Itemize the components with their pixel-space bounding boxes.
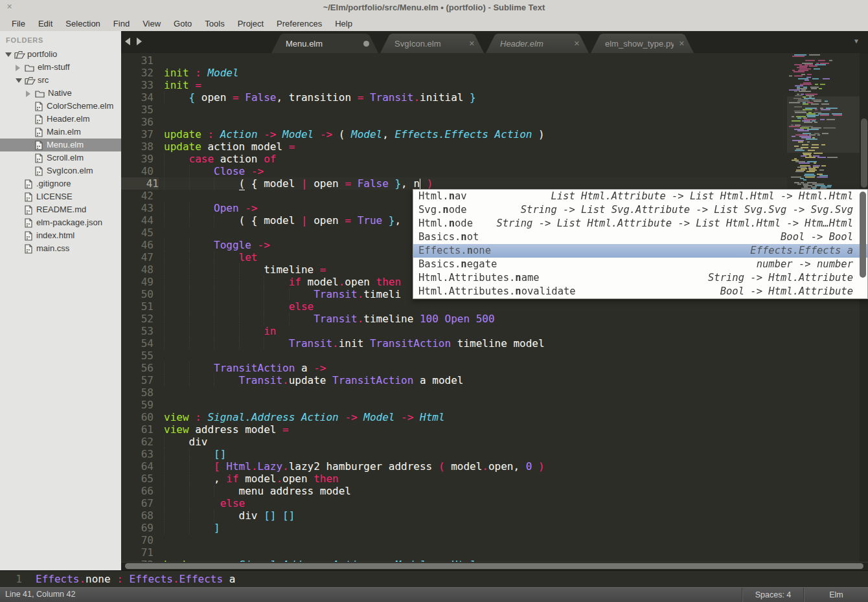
line-number: 65	[121, 473, 154, 485]
tab-header-elm[interactable]: Header.elm✕	[486, 34, 589, 53]
sidebar-item-elm-stuff[interactable]: elm-stuff	[0, 61, 121, 74]
code-line-40: 40 Close ->	[121, 165, 787, 177]
completion-signature: number -> number	[757, 258, 853, 271]
tab-menu-elm[interactable]: Menu.elm	[271, 34, 378, 53]
tab-close-icon[interactable]: ✕	[679, 39, 685, 48]
tab-nav	[125, 38, 142, 45]
completion-item-basics-not[interactable]: Basics.notBool -> Bool	[413, 230, 867, 244]
sidebar-item-portfolio[interactable]: portfolio	[0, 48, 121, 61]
sidebar-item-menu-elm[interactable]: Menu.elm	[0, 139, 121, 151]
line-number: 50	[121, 288, 154, 300]
code-line-38: 38update action model =	[121, 140, 787, 153]
code-line-51: 51 else	[121, 300, 787, 313]
sidebar-item-native[interactable]: Native	[0, 87, 121, 100]
menu-item-preferences[interactable]: Preferences	[270, 17, 328, 30]
line-number: 36	[121, 116, 154, 128]
line-number: 33	[121, 79, 154, 91]
collapse-arrow-icon[interactable]	[5, 52, 12, 57]
code-line-62: 62 div	[121, 436, 787, 448]
line-number: 47	[121, 251, 154, 263]
completion-signature: String -> List Svg.Attribute -> List Svg…	[521, 203, 853, 217]
menu-item-help[interactable]: Help	[328, 17, 359, 30]
line-number: 58	[121, 386, 154, 399]
completion-item-svg-node[interactable]: Svg.nodeString -> List Svg.Attribute -> …	[413, 203, 867, 217]
sidebar-item-readme-md[interactable]: README.md	[0, 203, 121, 216]
line-number: 44	[121, 214, 154, 227]
sidebar-item-label: src	[38, 74, 49, 87]
completion-signature: String -> Html.Attribute	[708, 271, 853, 285]
sidebar-item-header-elm[interactable]: Header.elm	[0, 113, 121, 126]
code-line-31: 31	[121, 54, 787, 67]
tab-label: Menu.elm	[286, 39, 358, 49]
sidebar-item-svgicon-elm[interactable]: SvgIcon.elm	[0, 164, 121, 177]
line-number: 32	[121, 67, 154, 79]
code-line-65: 65 , if model.open then	[121, 473, 787, 485]
sidebar-item-main-elm[interactable]: Main.elm	[0, 126, 121, 139]
sidebar-item-elm-package-json[interactable]: elm-package.json	[0, 216, 121, 229]
code-line-53: 53 in	[121, 325, 787, 337]
completion-label: Html.Attributes.novalidate	[418, 285, 576, 298]
autocomplete-scrollbar-thumb[interactable]	[860, 192, 866, 278]
expand-arrow-icon[interactable]	[26, 91, 30, 97]
completion-item-html-nav[interactable]: Html.navList Html.Attribute -> List Html…	[413, 190, 867, 203]
line-number: 41	[121, 177, 159, 190]
tab-bar: Menu.elmSvgIcon.elm✕Header.elm✕elm_show_…	[121, 31, 868, 53]
line-number: 55	[121, 350, 154, 362]
horizontal-scrollbar-thumb[interactable]	[125, 563, 863, 569]
line-number: 35	[121, 104, 154, 116]
completion-item-html-attributes-novalidate[interactable]: Html.Attributes.novalidateBool -> Html.A…	[413, 285, 867, 298]
expand-arrow-icon[interactable]	[16, 65, 20, 71]
sidebar-item-scroll-elm[interactable]: Scroll.elm	[0, 151, 121, 164]
cursor-position-label: Line 41, Column 42	[5, 590, 75, 599]
menu-item-goto[interactable]: Goto	[167, 17, 198, 30]
sidebar-item-main-css[interactable]: main.css	[0, 242, 121, 255]
tab-close-icon[interactable]: ✕	[469, 39, 475, 48]
next-tab-icon[interactable]	[137, 38, 142, 45]
menu-bar: FileEditSelectionFindViewGotoToolsProjec…	[0, 16, 868, 31]
menu-item-view[interactable]: View	[136, 17, 167, 30]
code-editor[interactable]: 3132init : Model33init =34 { open = Fals…	[121, 53, 787, 562]
menu-item-file[interactable]: File	[5, 17, 32, 30]
sidebar: FOLDERS portfolioelm-stuffsrcNativeColor…	[0, 31, 121, 570]
tab-close-icon[interactable]: ✕	[574, 39, 580, 48]
sidebar-item-index-html[interactable]: index.html	[0, 229, 121, 242]
code-line-63: 63 []	[121, 448, 787, 460]
status-cell-spaces-4[interactable]: Spaces: 4	[742, 588, 804, 602]
sidebar-item-license[interactable]: LICENSE	[0, 190, 121, 203]
tab-elm-show-type-py[interactable]: elm_show_type.py✕	[591, 34, 694, 53]
line-number: 48	[121, 263, 154, 276]
prev-tab-icon[interactable]	[125, 38, 130, 45]
menu-item-edit[interactable]: Edit	[32, 17, 59, 30]
code-line-71: 71	[121, 546, 787, 559]
code-line-57: 57 Transit.update TransitAction a model	[121, 374, 787, 386]
sidebar-item-colorscheme-elm[interactable]: ColorScheme.elm	[0, 100, 121, 113]
tab-svgicon-elm[interactable]: SvgIcon.elm✕	[380, 34, 484, 53]
menu-item-find[interactable]: Find	[107, 17, 136, 30]
status-cell-elm[interactable]: Elm	[803, 588, 868, 602]
sidebar-item-label: Main.elm	[47, 126, 81, 139]
line-number: 45	[121, 227, 154, 239]
titlebar: ✕ ~/Elm/portfolio/src/Menu.elm • (portfo…	[0, 0, 868, 16]
completion-item-basics-negate[interactable]: Basics.negatenumber -> number	[413, 258, 867, 271]
line-number: 60	[121, 411, 154, 423]
menu-item-tools[interactable]: Tools	[198, 17, 231, 30]
completion-item-effects-none[interactable]: Effects.noneEffects.Effects a	[413, 244, 867, 258]
sidebar-item-label: README.md	[36, 203, 86, 216]
code-line-41: 41 ( { model | open = False }, n )	[121, 177, 787, 190]
vertical-scrollbar-thumb[interactable]	[861, 118, 867, 188]
code-line-37: 37update : Action -> Model -> ( Model, E…	[121, 128, 787, 140]
minimap[interactable]	[787, 53, 860, 562]
code-line-32: 32init : Model	[121, 67, 787, 79]
completion-item-html-attributes-name[interactable]: Html.Attributes.nameString -> Html.Attri…	[413, 271, 867, 285]
line-number: 68	[121, 509, 154, 522]
menu-item-project[interactable]: Project	[231, 17, 270, 30]
sidebar-item-label: elm-stuff	[38, 61, 70, 74]
tab-overflow-icon[interactable]: ▼	[853, 38, 860, 45]
completion-item-html-node[interactable]: Html.nodeString -> List Html.Attribute -…	[413, 217, 867, 230]
collapse-arrow-icon[interactable]	[16, 78, 22, 83]
sidebar-item-gitignore[interactable]: .gitignore	[0, 177, 121, 190]
line-number: 56	[121, 362, 154, 374]
menu-item-selection[interactable]: Selection	[59, 17, 106, 30]
line-number: 46	[121, 239, 154, 251]
sidebar-item-src[interactable]: src	[0, 74, 121, 87]
